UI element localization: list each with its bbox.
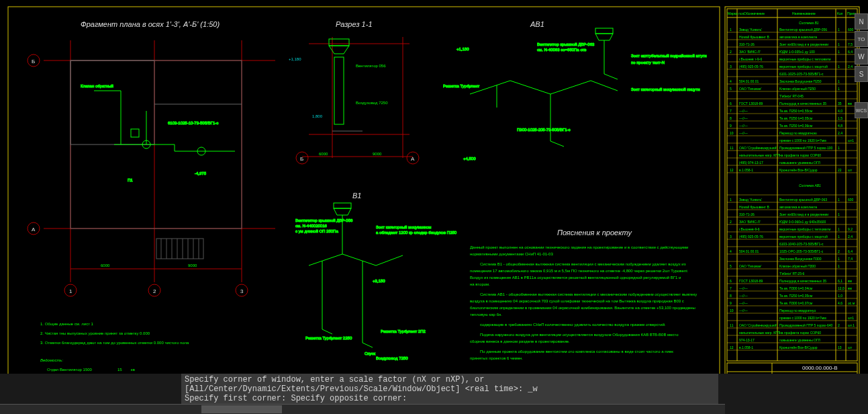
svg-rect-16 (70, 60, 154, 144)
svg-text:помещения 17 автомобильного за: помещения 17 автомобильного заказа 0,915… (470, 269, 687, 273)
svg-text:1: 1 (69, 288, 73, 294)
svg-text:1: 1 (838, 198, 840, 202)
svg-text:-4,975: -4,975 (195, 171, 207, 175)
svg-text:—//—: —//— (739, 131, 748, 135)
cmd-line-2: [All/Center/Dynamic/Extents/Previous/Sca… (185, 384, 715, 394)
svg-text:ЮДМ 0-0-060х1 ду 640х35600: ЮДМ 0-0-060х1 ду 640х35600 (779, 220, 826, 224)
svg-text:в.1.058-1: в.1.058-1 (739, 168, 753, 172)
svg-text:1,5: 1,5 (838, 116, 842, 120)
svg-text:Марка поз.: Марка поз. (728, 11, 744, 15)
svg-text:тепловую кар бн.: тепловую кар бн. (470, 313, 502, 317)
svg-text:1: 1 (838, 212, 840, 216)
viewcube-n[interactable]: N (855, 13, 868, 30)
svg-text:Решетка Турбулент: Решетка Турбулент (443, 84, 479, 88)
svg-text:см. N-40063 со=650Па отв: см. N-40063 со=650Па отв (537, 48, 587, 52)
svg-text:6103-1040-105-73-505/ВГ1-с: 6103-1040-105-73-505/ВГ1-с (779, 242, 824, 246)
svg-text:1: 1 (838, 146, 840, 150)
svg-text:Система В1: Система В1 (799, 21, 819, 25)
svg-text:—//—: —//— (739, 301, 748, 305)
scroll-thumb[interactable] (201, 405, 282, 413)
svg-text:1: 1 (730, 198, 732, 202)
svg-text:—//—: —//— (739, 124, 748, 128)
svg-text:2: 2 (838, 323, 840, 327)
svg-text:2: 2 (838, 249, 840, 253)
svg-text:ЗАО 'ВИКС-Л': ЗАО 'ВИКС-Л' (739, 50, 761, 54)
v1-title: В1 (352, 192, 361, 200)
svg-text:600: 600 (848, 28, 854, 32)
horizontal-scrollbar[interactable] (0, 404, 725, 414)
svg-text:—//—: —//— (739, 308, 748, 313)
svg-text:1: 1 (838, 227, 840, 231)
svg-text:Вентилятор крышной ДВР-056: Вентилятор крышной ДВР-056 (295, 218, 353, 222)
svg-text:4: 4 (730, 249, 732, 253)
svg-text:'Гибеси' RT-045: 'Гибеси' RT-045 (779, 94, 804, 98)
svg-text:9: 9 (730, 124, 732, 128)
svg-text:шт.1: шт.1 (848, 323, 855, 327)
cad-viewport[interactable]: Фрагмент плана в осях 1'-3', А'-Б' (1:50… (0, 0, 868, 414)
svg-text:2,4: 2,4 (848, 235, 853, 239)
svg-text:Те.кв. П250 b=0,05см: Те.кв. П250 b=0,05см (779, 294, 813, 298)
svg-text:Завод 'Ховаль': Завод 'Ховаль' (739, 198, 762, 202)
cmd-line-1: Specify corner of window, enter a scale … (185, 375, 715, 384)
svg-text:15: 15 (117, 368, 122, 372)
svg-text:Данный проект выполнен на осно: Данный проект выполнен на основании техн… (470, 245, 688, 249)
svg-text:1: 1 (838, 257, 840, 261)
svg-text:автоматика в комплекте: автоматика в комплекте (779, 205, 817, 209)
svg-text:504.01.00.01: 504.01.00.01 (739, 79, 759, 83)
svg-text:Зонт категорный моцуванной пиц: Зонт категорный моцуванной пицути (631, 87, 700, 91)
wcs-indicator[interactable]: WCS (855, 102, 868, 118)
section-title: Разрез 1-1 (336, 20, 373, 28)
svg-text:Полноудод в качественных 35: Полноудод в качественных 35 (779, 101, 826, 106)
svg-text:ОАО 'Типовая': ОАО 'Типовая' (739, 264, 761, 268)
svg-text:0000.00.000-В: 0000.00.000-В (802, 365, 838, 371)
svg-text:+1,180: +1,180 (289, 57, 301, 61)
av1-title: АВ1 (530, 20, 544, 28)
svg-text:1025-ОРС-205-73-505/ВГ1-с: 1025-ОРС-205-73-505/ВГ1-с (779, 249, 824, 253)
svg-rect-23 (131, 129, 139, 137)
svg-text:6000: 6000 (101, 263, 110, 267)
svg-text:6: 6 (730, 101, 732, 106)
svg-text:4,6: 4,6 (838, 301, 842, 305)
svg-text:Клапан обратный П250: Клапан обратный П250 (779, 87, 816, 91)
svg-text:1: 1 (838, 42, 840, 46)
svg-text:12: 12 (730, 168, 734, 172)
model-space[interactable]: Фрагмент плана в осях 1'-3', А'-Б' (1:50… (0, 0, 868, 374)
svg-text:7: 7 (730, 286, 732, 290)
svg-rect-48 (334, 57, 344, 124)
svg-text:Завод 'Ховаль': Завод 'Ховаль' (739, 28, 762, 32)
svg-text:с ум длиной ОП 250Па: с ум длиной ОП 250Па (295, 229, 338, 233)
svg-text:Обозначение: Обозначение (744, 11, 765, 15)
svg-text:12,0: 12,0 (838, 286, 845, 290)
svg-text:6101-1025-105-73-505/ВГ1-с: 6101-1025-105-73-505/ВГ1-с (779, 72, 824, 76)
svg-text:Б: Б (32, 58, 35, 65)
av1-iso: Решетка Турбулент Зонт аклтубельтный под… (443, 28, 707, 161)
spec-rows: 1Завод 'Ховаль'Вентилятор крышной ДВР-05… (727, 28, 857, 350)
svg-text:600: 600 (848, 198, 854, 202)
viewcube-w[interactable]: W (855, 48, 868, 65)
command-line[interactable]: Specify corner of window, enter a scale … (181, 374, 718, 404)
v1-iso: Вентилятор крышной ДВР-056 см. N-4400200… (295, 203, 457, 360)
svg-text:10: 10 (730, 308, 734, 313)
svg-text:Воздуховод 7250: Воздуховод 7250 (356, 101, 388, 105)
plan-title: Фрагмент плана в осях 1'-3', А'-Б' (1:50… (81, 20, 220, 28)
viewcube-to[interactable]: TO (855, 31, 868, 47)
svg-text:Кол: Кол (837, 11, 843, 15)
svg-text:Решетка Турбулент 2П2: Решетка Турбулент 2П2 (381, 329, 426, 333)
svg-text:сборник винеса в данном раздел: сборник винеса в данном разделе в проект… (470, 339, 570, 343)
svg-text:5: 5 (730, 87, 732, 91)
svg-text:+4,500: +4,500 (463, 157, 476, 161)
svg-text:2,4: 2,4 (838, 131, 842, 135)
svg-text:Подача наружного воздуха для в: Подача наружного воздуха для вентиляции … (480, 333, 679, 337)
svg-rect-28 (156, 239, 203, 259)
viewcube-s[interactable]: S (855, 66, 868, 82)
svg-text:Заслонка Воздушная П300: Заслонка Воздушная П300 (779, 257, 822, 261)
svg-text:Клапан обратный П300: Клапан обратный П300 (779, 264, 816, 268)
svg-text:(495) 974-13-17: (495) 974-13-17 (739, 161, 763, 165)
svg-text:10: 10 (730, 131, 734, 135)
svg-text:9000: 9000 (188, 263, 197, 267)
svg-text:7: 7 (730, 109, 732, 113)
svg-text:ОАО 'Стройинвокруший': ОАО 'Стройинвокруший' (739, 323, 777, 327)
svg-text:Вентилятор крышной ДВР-063: Вентилятор крышной ДВР-063 (779, 198, 827, 202)
svg-text:Те.кв. П250 b=0,55см: Те.кв. П250 b=0,55см (779, 109, 813, 113)
svg-text:2: 2 (730, 220, 732, 224)
